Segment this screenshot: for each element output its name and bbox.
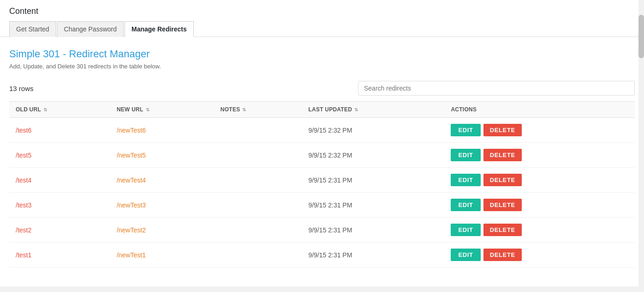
actions-buttons: EDITDELETE [451,149,628,161]
delete-button[interactable]: DELETE [483,149,522,161]
new-url-cell: /newTest6 [110,118,214,143]
last-updated-cell: 9/9/15 2:32 PM [302,118,444,143]
tab-get-started[interactable]: Get Started [9,21,56,37]
table-row: /test4/newTest49/9/15 2:31 PMEDITDELETE [9,168,635,193]
old-url-value: /test1 [16,251,31,259]
actions-buttons: EDITDELETE [451,124,628,136]
sort-icon-last-updated: ⇅ [354,107,358,112]
col-header-notes[interactable]: NOTES⇅ [214,102,302,118]
old-url-value: /test4 [16,176,31,184]
delete-button[interactable]: DELETE [483,249,522,261]
new-url-value: /newTest5 [117,152,146,159]
last-updated-cell: 9/9/15 2:31 PM [302,193,444,218]
notes-cell [214,243,302,268]
edit-button[interactable]: EDIT [451,124,480,136]
table-row: /test2/newTest29/9/15 2:31 PMEDITDELETE [9,218,635,243]
table-header-row: OLD URL⇅NEW URL⇅NOTES⇅LAST UPDATED⇅ACTIO… [9,102,635,118]
new-url-cell: /newTest5 [110,143,214,168]
notes-cell [214,193,302,218]
rows-count: 13 rows [9,85,34,92]
new-url-cell: /newTest3 [110,193,214,218]
actions-buttons: EDITDELETE [451,174,628,186]
last-updated-cell: 9/9/15 2:31 PM [302,168,444,193]
notes-cell [214,143,302,168]
app-header: Content Get StartedChange PasswordManage… [0,0,644,37]
page-subtitle: Add, Update, and Delete 301 redirects in… [9,63,635,70]
app-title: Content [9,6,635,21]
delete-button[interactable]: DELETE [483,199,522,211]
col-header-old-url[interactable]: OLD URL⇅ [9,102,110,118]
sort-icon-new-url: ⇅ [146,107,149,112]
new-url-value: /newTest2 [117,226,146,234]
edit-button[interactable]: EDIT [451,199,480,211]
notes-cell [214,218,302,243]
tab-manage-redirects[interactable]: Manage Redirects [125,21,194,37]
tabs-container: Get StartedChange PasswordManage Redirec… [9,21,635,36]
last-updated-cell: 9/9/15 2:31 PM [302,243,444,268]
actions-buttons: EDITDELETE [451,249,628,261]
sort-icon-old-url: ⇅ [43,107,47,112]
new-url-value: /newTest6 [117,127,146,134]
old-url-value: /test6 [16,127,31,134]
new-url-value: /newTest1 [117,251,146,259]
old-url-value: /test2 [16,226,31,234]
actions-cell: EDITDELETE [444,168,635,193]
table-body: /test6/newTest69/9/15 2:32 PMEDITDELETE/… [9,118,635,268]
notes-cell [214,168,302,193]
actions-buttons: EDITDELETE [451,199,628,211]
actions-cell: EDITDELETE [444,218,635,243]
table-row: /test3/newTest39/9/15 2:31 PMEDITDELETE [9,193,635,218]
new-url-cell: /newTest2 [110,218,214,243]
last-updated-cell: 9/9/15 2:32 PM [302,143,444,168]
delete-button[interactable]: DELETE [483,224,522,236]
notes-cell [214,118,302,143]
old-url-cell: /test5 [9,143,110,168]
search-input[interactable] [358,81,635,96]
actions-cell: EDITDELETE [444,193,635,218]
old-url-cell: /test6 [9,118,110,143]
new-url-cell: /newTest1 [110,243,214,268]
edit-button[interactable]: EDIT [451,224,480,236]
sort-icon-notes: ⇅ [242,107,246,112]
scrollbar-thumb[interactable] [638,15,644,59]
actions-buttons: EDITDELETE [451,224,628,236]
old-url-cell: /test2 [9,218,110,243]
table-row: /test6/newTest69/9/15 2:32 PMEDITDELETE [9,118,635,143]
old-url-value: /test5 [16,152,31,159]
edit-button[interactable]: EDIT [451,249,480,261]
main-content: Simple 301 - Redirect Manager Add, Updat… [0,37,644,286]
old-url-cell: /test1 [9,243,110,268]
table-row: /test1/newTest19/9/15 2:31 PMEDITDELETE [9,243,635,268]
delete-button[interactable]: DELETE [483,174,522,186]
delete-button[interactable]: DELETE [483,124,522,136]
redirects-table: OLD URL⇅NEW URL⇅NOTES⇅LAST UPDATED⇅ACTIO… [9,101,635,268]
col-header-new-url[interactable]: NEW URL⇅ [110,102,214,118]
toolbar: 13 rows [9,81,635,96]
old-url-value: /test3 [16,201,31,209]
last-updated-cell: 9/9/15 2:31 PM [302,218,444,243]
edit-button[interactable]: EDIT [451,174,480,186]
tab-change-password[interactable]: Change Password [57,21,124,37]
actions-cell: EDITDELETE [444,143,635,168]
table-row: /test5/newTest59/9/15 2:32 PMEDITDELETE [9,143,635,168]
new-url-value: /newTest4 [117,176,146,184]
col-header-actions: ACTIONS [444,102,635,118]
table-header: OLD URL⇅NEW URL⇅NOTES⇅LAST UPDATED⇅ACTIO… [9,102,635,118]
new-url-value: /newTest3 [117,201,146,209]
actions-cell: EDITDELETE [444,243,635,268]
old-url-cell: /test3 [9,193,110,218]
edit-button[interactable]: EDIT [451,149,480,161]
old-url-cell: /test4 [9,168,110,193]
scrollbar-track[interactable] [638,0,644,286]
page-title: Simple 301 - Redirect Manager [9,48,635,60]
new-url-cell: /newTest4 [110,168,214,193]
actions-cell: EDITDELETE [444,118,635,143]
col-header-last-updated[interactable]: LAST UPDATED⇅ [302,102,444,118]
